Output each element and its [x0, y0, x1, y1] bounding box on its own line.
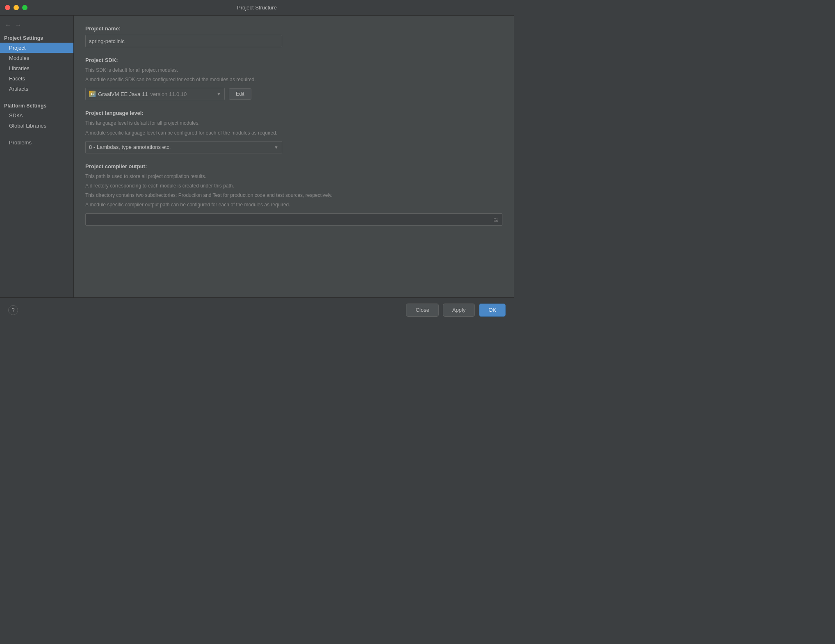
project-compiler-label: Project compiler output: — [85, 163, 502, 169]
lang-level-value: 8 - Lambdas, type annotations etc. — [89, 144, 171, 150]
project-sdk-label: Project SDK: — [85, 57, 502, 63]
lang-level-dropdown[interactable]: 8 - Lambdas, type annotations etc. ▼ — [85, 141, 282, 153]
compiler-desc1: This path is used to store all project c… — [85, 173, 502, 180]
bottom-bar: ? Close Apply OK — [0, 297, 514, 322]
sdk-dropdown[interactable]: G GraalVM EE Java 11 version 11.0.10 ▼ — [85, 88, 225, 100]
apply-button[interactable]: Apply — [443, 304, 475, 317]
project-lang-section: Project language level: This language le… — [85, 110, 502, 153]
platform-settings-section-label: Platform Settings — [0, 100, 73, 110]
dialog-buttons: Close Apply OK — [406, 304, 506, 317]
project-lang-desc2: A module specific language level can be … — [85, 129, 502, 137]
lang-dropdown-chevron: ▼ — [274, 145, 278, 150]
project-sdk-section: Project SDK: This SDK is default for all… — [85, 57, 502, 100]
compiler-output-field[interactable]: 🗂 — [85, 213, 502, 226]
graalvm-icon: G — [89, 91, 96, 97]
sidebar-item-sdks[interactable]: SDKs — [0, 110, 73, 121]
project-sdk-desc1: This SDK is default for all project modu… — [85, 66, 502, 74]
sidebar-item-libraries[interactable]: Libraries — [0, 63, 73, 73]
sidebar-item-modules[interactable]: Modules — [0, 53, 73, 63]
project-lang-label: Project language level: — [85, 110, 502, 116]
sdk-row: G GraalVM EE Java 11 version 11.0.10 ▼ E… — [85, 88, 502, 100]
back-button[interactable]: ← — [4, 21, 12, 29]
project-name-input[interactable] — [85, 35, 282, 47]
compiler-desc2: A directory corresponding to each module… — [85, 182, 502, 190]
sdk-dropdown-chevron: ▼ — [217, 91, 221, 96]
sidebar-item-problems[interactable]: Problems — [0, 137, 73, 148]
sdk-name: GraalVM EE Java 11 — [98, 91, 148, 97]
window-title: Project Structure — [237, 5, 277, 11]
minimize-window-button[interactable] — [14, 5, 19, 10]
nav-buttons[interactable]: ← → — [0, 19, 73, 33]
close-dialog-button[interactable]: Close — [406, 304, 438, 317]
project-lang-desc1: This language level is default for all p… — [85, 119, 502, 127]
content-area: Project name: Project SDK: This SDK is d… — [74, 16, 514, 297]
help-button[interactable]: ? — [8, 305, 18, 315]
folder-browse-icon[interactable]: 🗂 — [493, 216, 499, 223]
sidebar-item-global-libraries[interactable]: Global Libraries — [0, 121, 73, 131]
sdk-version: version 11.0.10 — [150, 91, 187, 97]
sdk-edit-button[interactable]: Edit — [229, 88, 251, 100]
close-window-button[interactable] — [5, 5, 10, 10]
project-compiler-section: Project compiler output: This path is us… — [85, 163, 502, 226]
project-name-section: Project name: — [85, 25, 502, 47]
forward-button[interactable]: → — [14, 21, 22, 29]
compiler-desc3: This directory contains two subdirectori… — [85, 192, 502, 199]
sidebar-item-project[interactable]: Project — [0, 43, 73, 53]
sidebar-item-facets[interactable]: Facets — [0, 73, 73, 84]
title-bar: Project Structure — [0, 0, 514, 16]
ok-button[interactable]: OK — [479, 304, 506, 317]
compiler-desc4: A module specific compiler output path c… — [85, 201, 502, 209]
sidebar: ← → Project Settings Project Modules Lib… — [0, 16, 74, 297]
window-controls[interactable] — [5, 5, 27, 10]
project-settings-section-label: Project Settings — [0, 33, 73, 43]
project-sdk-desc2: A module specific SDK can be configured … — [85, 76, 502, 84]
project-name-label: Project name: — [85, 25, 502, 32]
main-layout: ← → Project Settings Project Modules Lib… — [0, 16, 514, 297]
maximize-window-button[interactable] — [22, 5, 27, 10]
sidebar-item-artifacts[interactable]: Artifacts — [0, 84, 73, 94]
